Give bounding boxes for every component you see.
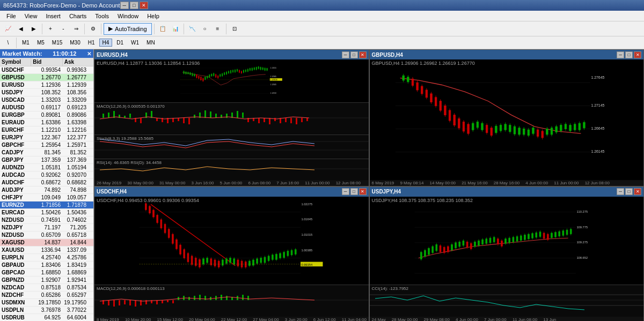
chart-indicators-icon[interactable]: 📉 [186, 23, 198, 35]
menu-tools[interactable]: Tools [91, 12, 113, 20]
market-watch-row[interactable]: EURCHF1.122101.12216 [0, 126, 93, 134]
market-watch-row[interactable]: EURNZD1.718561.71878 [0, 201, 93, 209]
menu-file[interactable]: File [2, 12, 20, 20]
chart-usdchf-minimize[interactable]: ─ [342, 188, 349, 195]
templates-icon[interactable]: ≡ [212, 23, 224, 35]
market-watch-row[interactable]: AUDNZD1.051811.05194 [0, 164, 93, 171]
svg-rect-109 [242, 113, 244, 118]
close-button[interactable]: ✕ [140, 2, 148, 9]
market-watch-body[interactable]: USDCHF0.993540.99363GBPUSD1.267701.26777… [0, 66, 93, 321]
tf-m15[interactable]: M15 [49, 39, 65, 47]
chart-usdjpy-minimize[interactable]: ─ [617, 188, 624, 195]
market-watch-row[interactable]: EURAUD1.633861.63398 [0, 119, 93, 126]
menu-window[interactable]: Window [113, 12, 143, 20]
new-order-icon[interactable]: 📋 [157, 23, 169, 35]
market-watch-row[interactable]: XAUUSD1336.941337.09 [0, 247, 93, 254]
market-watch-row[interactable]: EURUSD1.129361.12939 [0, 81, 93, 89]
market-watch-row[interactable]: AUDJPY74.89274.898 [0, 186, 93, 194]
forward-icon[interactable]: ▶ [28, 23, 40, 35]
market-watch-row[interactable]: USDMXN19.1785019.17950 [0, 299, 93, 307]
menu-help[interactable]: Help [143, 12, 164, 20]
tf-m5[interactable]: M5 [34, 39, 48, 47]
chart-gbpusd-minimize[interactable]: ─ [617, 51, 624, 58]
mw-symbol-cell: USDCHF [0, 66, 36, 73]
menu-insert[interactable]: Insert [41, 12, 65, 20]
chart-usdchf-maximize[interactable]: □ [350, 188, 358, 195]
market-watch-row[interactable]: NZDCAD0.875180.87534 [0, 284, 93, 292]
market-watch-row[interactable]: GBPUSD1.267701.26777 [0, 74, 93, 81]
history-icon[interactable]: 📊 [170, 23, 181, 35]
market-watch-row[interactable]: USDJPY108.352108.356 [0, 89, 93, 96]
market-watch-row[interactable]: XAGUSD14.83714.844 [0, 239, 93, 247]
chart-usdjpy-body[interactable]: USDJPY,H4 108.375 108.375 108.235 108.35… [370, 197, 644, 285]
tf-h4[interactable]: H4 [99, 39, 113, 47]
mw-ask-cell: 0.69123 [62, 104, 88, 111]
tf-m1[interactable]: M1 [19, 39, 33, 47]
objects-icon[interactable]: ○ [199, 23, 211, 35]
market-watch-row[interactable]: GBPJPY137.359137.369 [0, 156, 93, 164]
back-icon[interactable]: ◀ [15, 23, 27, 35]
menu-view[interactable]: View [20, 12, 42, 20]
mw-ask-cell: 0.65297 [62, 292, 88, 298]
market-watch-row[interactable]: EURGBP0.890810.89086 [0, 111, 93, 119]
chart-gbpusd-info: GBPUSD,H4 1.26906 1.26962 1.26619 1.2677… [372, 61, 475, 66]
market-watch-row[interactable]: GBPCAD1.688501.68869 [0, 269, 93, 277]
chart-gbpusd-maximize[interactable]: □ [625, 51, 633, 58]
scroll-right-icon[interactable]: ⇒ [70, 23, 82, 35]
chart-eurusd-body[interactable]: EURUSD,H4 1.12877 1.13036 1.12854 1.1293… [94, 59, 369, 102]
market-watch-row[interactable]: NZDUSD0.745910.74602 [0, 217, 93, 224]
svg-rect-330 [172, 300, 174, 303]
market-watch-row[interactable]: EURPLN4.257404.25786 [0, 254, 93, 262]
tf-h1[interactable]: H1 [85, 39, 98, 47]
chart-eurusd-maximize[interactable]: □ [350, 51, 358, 58]
market-watch-row[interactable]: CHFJPY109.049109.057 [0, 194, 93, 201]
market-watch-row[interactable]: NZDJPY71.19771.205 [0, 224, 93, 232]
market-watch-row[interactable]: USDCHF0.993540.99363 [0, 66, 93, 74]
properties-icon[interactable]: ⚙ [87, 23, 99, 35]
market-watch-row[interactable]: NZDCHF0.652860.65297 [0, 292, 93, 299]
minimize-button[interactable]: ─ [120, 2, 129, 9]
chart-eurusd-close[interactable]: ✕ [359, 51, 367, 58]
tf-w1[interactable]: W1 [128, 39, 142, 47]
market-watch-row[interactable]: GBPNZD1.929071.92941 [0, 277, 93, 284]
chart-eurusd-minimize[interactable]: ─ [342, 51, 349, 58]
chart-gbpusd-close[interactable]: ✕ [634, 51, 641, 58]
screenshot-icon[interactable]: ⊡ [229, 23, 240, 35]
market-watch-row[interactable]: USDCAD1.332031.33209 [0, 96, 93, 104]
mw-bid-cell: 19.17850 [36, 299, 62, 306]
market-watch-row[interactable]: AUDCAD0.920620.92070 [0, 171, 93, 179]
market-watch-row[interactable]: USDRUB64.92564.6004 [0, 314, 93, 321]
autotrading-button[interactable]: ▶ AutoTrading [104, 23, 152, 35]
zoom-in-icon[interactable]: + [45, 23, 56, 35]
chart-usdchf-body[interactable]: USDCHF,H4 0.99453 0.99601 0.99306 0.9935… [94, 197, 369, 285]
market-watch-close[interactable]: ✕ [87, 51, 91, 57]
mw-bid-cell: 1.83406 [36, 262, 62, 268]
chart-usdchf-title: USDCHF,H4 [97, 189, 127, 195]
line-tool-icon[interactable]: \ [2, 37, 14, 49]
maximize-button[interactable]: □ [130, 2, 138, 9]
mw-bid-cell: 122.367 [36, 134, 62, 141]
mw-symbol-cell: GBPAUD [0, 262, 36, 268]
market-watch-row[interactable]: EURCAD1.504261.50436 [0, 209, 93, 217]
tf-mn[interactable]: MN [143, 39, 158, 47]
chart-gbpusd-body[interactable]: GBPUSD,H4 1.26906 1.26962 1.26619 1.2677… [370, 59, 644, 180]
mw-bid-cell: 64.925 [36, 314, 62, 321]
menu-charts[interactable]: Charts [65, 12, 91, 20]
market-watch-row[interactable]: CADJPY81.34581.352 [0, 149, 93, 156]
chart-usdjpy-maximize[interactable]: □ [625, 188, 633, 195]
market-watch-row[interactable]: AUDUSD0.691170.69123 [0, 104, 93, 111]
tf-d1[interactable]: D1 [113, 39, 127, 47]
market-watch-row[interactable]: GBPCHF1.259541.25971 [0, 141, 93, 149]
market-watch-row[interactable]: EURJPY122.367122.377 [0, 134, 93, 141]
tf-m30[interactable]: M30 [67, 39, 83, 47]
chart-eurusd-footer: 26 May 2019 30 May 00:00 31 May 00:00 3 … [94, 180, 369, 186]
chart-usdjpy-close[interactable]: ✕ [634, 188, 641, 195]
market-watch-row[interactable]: NZDUSD0.657090.65718 [0, 232, 93, 239]
market-watch-row[interactable]: AUDCHF0.686720.68682 [0, 179, 93, 186]
mw-symbol-cell: USDJPY [0, 89, 36, 96]
new-chart-icon[interactable]: 📈 [2, 23, 14, 35]
zoom-out-icon[interactable]: - [57, 23, 69, 35]
chart-usdchf-close[interactable]: ✕ [359, 188, 367, 195]
market-watch-row[interactable]: USDPLN3.769783.77022 [0, 307, 93, 314]
market-watch-row[interactable]: GBPAUD1.834061.83419 [0, 262, 93, 269]
